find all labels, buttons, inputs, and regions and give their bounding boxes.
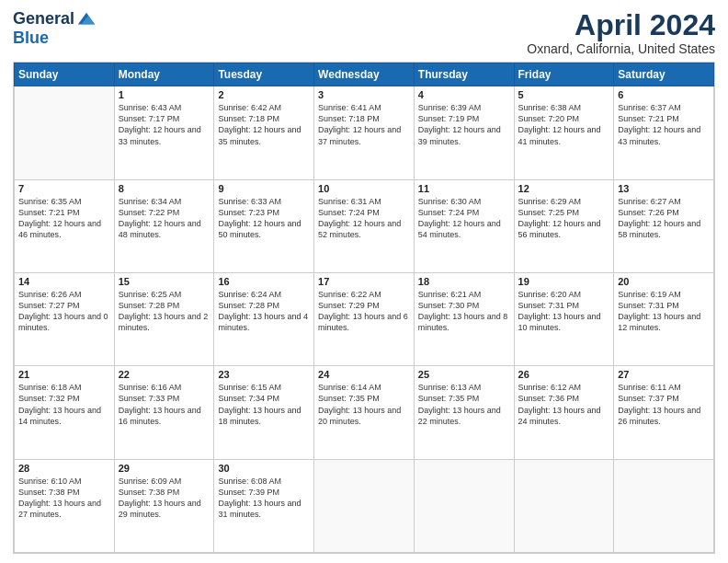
day-number: 8: [119, 183, 210, 194]
header-tuesday: Tuesday: [214, 63, 314, 86]
day-number: 2: [218, 89, 310, 100]
calendar-cell-w4-d2: 22Sunrise: 6:16 AMSunset: 7:33 PMDayligh…: [114, 366, 214, 459]
day-number: 6: [618, 89, 710, 100]
day-number: 9: [218, 183, 310, 194]
calendar-cell-w3-d3: 16Sunrise: 6:24 AMSunset: 7:28 PMDayligh…: [214, 272, 314, 365]
calendar-cell-w1-d3: 2Sunrise: 6:42 AMSunset: 7:18 PMDaylight…: [214, 86, 314, 179]
calendar-cell-w1-d2: 1Sunrise: 6:43 AMSunset: 7:17 PMDaylight…: [114, 86, 214, 179]
calendar-cell-w2-d1: 7Sunrise: 6:35 AMSunset: 7:21 PMDaylight…: [15, 179, 115, 272]
day-info: Sunrise: 6:22 AMSunset: 7:29 PMDaylight:…: [318, 289, 410, 334]
day-number: 26: [518, 369, 610, 380]
day-number: 27: [618, 369, 710, 380]
day-number: 15: [119, 276, 210, 287]
day-info: Sunrise: 6:29 AMSunset: 7:25 PMDaylight:…: [518, 196, 610, 241]
subtitle: Oxnard, California, United States: [527, 41, 715, 56]
calendar-cell-w5-d2: 29Sunrise: 6:09 AMSunset: 7:38 PMDayligh…: [114, 459, 214, 552]
calendar-cell-w1-d1: [15, 86, 115, 179]
calendar-cell-w4-d1: 21Sunrise: 6:18 AMSunset: 7:32 PMDayligh…: [15, 366, 115, 459]
day-number: 25: [418, 369, 510, 380]
day-info: Sunrise: 6:31 AMSunset: 7:24 PMDaylight:…: [318, 196, 410, 241]
calendar-cell-w5-d3: 30Sunrise: 6:08 AMSunset: 7:39 PMDayligh…: [214, 459, 314, 552]
day-info: Sunrise: 6:41 AMSunset: 7:18 PMDaylight:…: [318, 102, 410, 147]
day-info: Sunrise: 6:15 AMSunset: 7:34 PMDaylight:…: [218, 382, 310, 427]
day-number: 3: [318, 89, 410, 100]
day-info: Sunrise: 6:19 AMSunset: 7:31 PMDaylight:…: [618, 289, 710, 334]
day-number: 14: [18, 276, 110, 287]
calendar-cell-w2-d7: 13Sunrise: 6:27 AMSunset: 7:26 PMDayligh…: [614, 179, 714, 272]
day-number: 23: [218, 369, 310, 380]
calendar-cell-w4-d6: 26Sunrise: 6:12 AMSunset: 7:36 PMDayligh…: [514, 366, 614, 459]
day-info: Sunrise: 6:33 AMSunset: 7:23 PMDaylight:…: [218, 196, 310, 241]
calendar-cell-w1-d5: 4Sunrise: 6:39 AMSunset: 7:19 PMDaylight…: [414, 86, 514, 179]
day-number: 20: [618, 276, 710, 287]
day-number: 18: [418, 276, 510, 287]
day-number: 30: [218, 463, 310, 474]
day-info: Sunrise: 6:10 AMSunset: 7:38 PMDaylight:…: [18, 476, 110, 521]
day-number: 29: [119, 463, 210, 474]
title-block: April 2024 Oxnard, California, United St…: [527, 9, 715, 56]
calendar-cell-w5-d4: [314, 459, 415, 552]
logo-text: General: [13, 10, 74, 29]
day-info: Sunrise: 6:18 AMSunset: 7:32 PMDaylight:…: [18, 382, 110, 427]
week-row-4: 21Sunrise: 6:18 AMSunset: 7:32 PMDayligh…: [15, 366, 714, 459]
calendar-cell-w3-d4: 17Sunrise: 6:22 AMSunset: 7:29 PMDayligh…: [314, 272, 415, 365]
calendar-cell-w3-d6: 19Sunrise: 6:20 AMSunset: 7:31 PMDayligh…: [514, 272, 614, 365]
header-friday: Friday: [514, 63, 614, 86]
calendar-cell-w1-d7: 6Sunrise: 6:37 AMSunset: 7:21 PMDaylight…: [614, 86, 714, 179]
day-info: Sunrise: 6:24 AMSunset: 7:28 PMDaylight:…: [218, 289, 310, 334]
day-info: Sunrise: 6:08 AMSunset: 7:39 PMDaylight:…: [218, 476, 310, 521]
calendar-cell-w4-d7: 27Sunrise: 6:11 AMSunset: 7:37 PMDayligh…: [614, 366, 714, 459]
week-row-5: 28Sunrise: 6:10 AMSunset: 7:38 PMDayligh…: [15, 459, 714, 552]
day-number: 28: [18, 463, 110, 474]
day-info: Sunrise: 6:16 AMSunset: 7:33 PMDaylight:…: [119, 382, 210, 427]
day-number: 17: [318, 276, 410, 287]
header-wednesday: Wednesday: [314, 63, 415, 86]
main-title: April 2024: [527, 9, 715, 41]
day-number: 12: [518, 183, 610, 194]
calendar-cell-w4-d5: 25Sunrise: 6:13 AMSunset: 7:35 PMDayligh…: [414, 366, 514, 459]
day-info: Sunrise: 6:37 AMSunset: 7:21 PMDaylight:…: [618, 102, 710, 147]
day-info: Sunrise: 6:25 AMSunset: 7:28 PMDaylight:…: [119, 289, 210, 334]
day-info: Sunrise: 6:11 AMSunset: 7:37 PMDaylight:…: [618, 382, 710, 427]
day-info: Sunrise: 6:34 AMSunset: 7:22 PMDaylight:…: [119, 196, 210, 241]
header-thursday: Thursday: [414, 63, 514, 86]
calendar-cell-w1-d4: 3Sunrise: 6:41 AMSunset: 7:18 PMDaylight…: [314, 86, 415, 179]
day-info: Sunrise: 6:43 AMSunset: 7:17 PMDaylight:…: [119, 102, 210, 147]
calendar-cell-w4-d3: 23Sunrise: 6:15 AMSunset: 7:34 PMDayligh…: [214, 366, 314, 459]
logo: General Blue: [13, 9, 97, 48]
day-number: 4: [418, 89, 510, 100]
calendar-cell-w1-d6: 5Sunrise: 6:38 AMSunset: 7:20 PMDaylight…: [514, 86, 614, 179]
calendar-cell-w3-d1: 14Sunrise: 6:26 AMSunset: 7:27 PMDayligh…: [15, 272, 115, 365]
calendar-cell-w4-d4: 24Sunrise: 6:14 AMSunset: 7:35 PMDayligh…: [314, 366, 415, 459]
week-row-1: 1Sunrise: 6:43 AMSunset: 7:17 PMDaylight…: [15, 86, 714, 179]
header-sunday: Sunday: [15, 63, 115, 86]
calendar-cell-w3-d7: 20Sunrise: 6:19 AMSunset: 7:31 PMDayligh…: [614, 272, 714, 365]
header-saturday: Saturday: [614, 63, 714, 86]
logo-icon: [76, 9, 97, 29]
header-monday: Monday: [114, 63, 214, 86]
calendar-cell-w2-d6: 12Sunrise: 6:29 AMSunset: 7:25 PMDayligh…: [514, 179, 614, 272]
day-info: Sunrise: 6:26 AMSunset: 7:27 PMDaylight:…: [18, 289, 110, 334]
calendar-cell-w5-d6: [514, 459, 614, 552]
day-info: Sunrise: 6:27 AMSunset: 7:26 PMDaylight:…: [618, 196, 710, 241]
calendar-cell-w2-d5: 11Sunrise: 6:30 AMSunset: 7:24 PMDayligh…: [414, 179, 514, 272]
day-info: Sunrise: 6:42 AMSunset: 7:18 PMDaylight:…: [218, 102, 310, 147]
calendar-cell-w3-d2: 15Sunrise: 6:25 AMSunset: 7:28 PMDayligh…: [114, 272, 214, 365]
day-number: 11: [418, 183, 510, 194]
day-info: Sunrise: 6:09 AMSunset: 7:38 PMDaylight:…: [119, 476, 210, 521]
day-number: 22: [119, 369, 210, 380]
calendar-cell-w5-d5: [414, 459, 514, 552]
calendar-header-row: Sunday Monday Tuesday Wednesday Thursday…: [15, 63, 714, 86]
day-info: Sunrise: 6:14 AMSunset: 7:35 PMDaylight:…: [318, 382, 410, 427]
calendar-cell-w5-d7: [614, 459, 714, 552]
day-info: Sunrise: 6:20 AMSunset: 7:31 PMDaylight:…: [518, 289, 610, 334]
calendar-cell-w2-d3: 9Sunrise: 6:33 AMSunset: 7:23 PMDaylight…: [214, 179, 314, 272]
week-row-3: 14Sunrise: 6:26 AMSunset: 7:27 PMDayligh…: [15, 272, 714, 365]
day-info: Sunrise: 6:39 AMSunset: 7:19 PMDaylight:…: [418, 102, 510, 147]
logo-text-blue: Blue: [13, 29, 97, 48]
day-number: 5: [518, 89, 610, 100]
header: General Blue April 2024 Oxnard, Californ…: [13, 9, 715, 56]
day-info: Sunrise: 6:21 AMSunset: 7:30 PMDaylight:…: [418, 289, 510, 334]
day-number: 7: [18, 183, 110, 194]
page: General Blue April 2024 Oxnard, Californ…: [0, 0, 728, 563]
